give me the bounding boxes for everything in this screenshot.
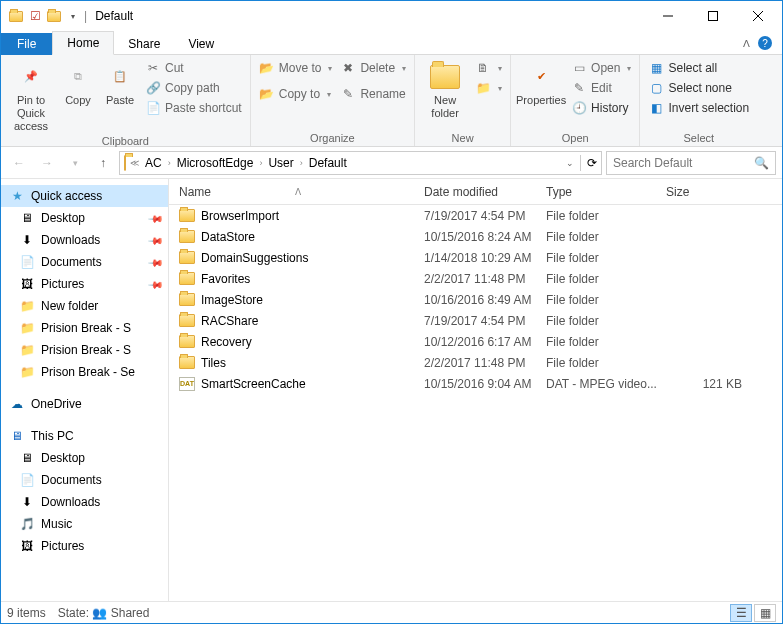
address-dropdown-icon[interactable]: ⌄ [566,158,574,168]
file-row[interactable]: Favorites2/2/2017 11:48 PMFile folder [169,268,782,289]
column-size[interactable]: Size [666,185,782,199]
move-to-button[interactable]: 📂Move to [257,59,335,77]
chevron-right-icon[interactable]: › [298,158,305,168]
folder-icon [179,314,195,327]
collapse-ribbon-icon[interactable]: ᐱ [743,38,750,49]
breadcrumb[interactable]: AC [143,156,164,170]
nav-pc-item[interactable]: 🎵Music [1,513,168,535]
item-count: 9 items [7,606,46,620]
copy-path-button[interactable]: 🔗Copy path [143,79,244,97]
qat-folder-icon[interactable] [45,7,63,25]
tab-view[interactable]: View [174,33,228,55]
paste-button[interactable]: 📋 Paste [101,59,139,107]
file-row[interactable]: ImageStore10/16/2016 8:49 AMFile folder [169,289,782,310]
properties-button[interactable]: ✔ Properties [517,59,565,107]
open-button[interactable]: ▭Open [569,59,633,77]
paste-shortcut-button[interactable]: 📄Paste shortcut [143,99,244,117]
address-bar[interactable]: ≪ AC› MicrosoftEdge› User› Default ⌄ ⟳ [119,151,602,175]
back-button[interactable]: ← [7,151,31,175]
nav-pc-item[interactable]: 📄Documents [1,469,168,491]
select-none-button[interactable]: ▢Select none [646,79,751,97]
easy-access-button[interactable]: 📁 [473,79,504,97]
close-button[interactable] [735,2,780,31]
file-row[interactable]: DATSmartScreenCache10/15/2016 9:04 AMDAT… [169,373,782,394]
copy-to-icon: 📂 [259,86,275,102]
recent-button[interactable]: ▾ [63,151,87,175]
file-name: SmartScreenCache [201,377,306,391]
history-button[interactable]: 🕘History [569,99,633,117]
large-icons-view-button[interactable]: ▦ [754,604,776,622]
nav-quick-item[interactable]: 🖼Pictures📌 [1,273,168,295]
chevron-right-icon[interactable]: › [166,158,173,168]
copy-button[interactable]: ⧉ Copy [59,59,97,107]
nav-quick-item[interactable]: 📁Prision Break - S [1,339,168,361]
nav-quick-access[interactable]: ★Quick access [1,185,168,207]
pin-quick-access-button[interactable]: 📌 Pin to Quick access [7,59,55,134]
qat-checkbox-icon[interactable]: ☑ [26,7,44,25]
nav-quick-item[interactable]: 🖥Desktop📌 [1,207,168,229]
qat-dropdown-icon[interactable]: ▾ [64,7,82,25]
column-type[interactable]: Type [546,185,666,199]
file-row[interactable]: DataStore10/15/2016 8:24 AMFile folder [169,226,782,247]
file-date: 2/2/2017 11:48 PM [424,356,546,370]
select-all-button[interactable]: ▦Select all [646,59,751,77]
cut-button[interactable]: ✂Cut [143,59,244,77]
up-button[interactable]: ↑ [91,151,115,175]
nav-this-pc[interactable]: 🖥This PC [1,425,168,447]
tab-file[interactable]: File [1,33,52,55]
search-input[interactable]: Search Default 🔍 [606,151,776,175]
tab-home[interactable]: Home [52,31,114,55]
refresh-button[interactable]: ⟳ [587,156,597,170]
new-folder-button[interactable]: New folder [421,59,469,120]
breadcrumb[interactable]: User [266,156,295,170]
file-row[interactable]: Tiles2/2/2017 11:48 PMFile folder [169,352,782,373]
nav-pc-item[interactable]: 🖼Pictures [1,535,168,557]
new-item-icon: 🗎 [475,60,491,76]
delete-icon: ✖ [340,60,356,76]
nav-pc-item[interactable]: 🖥Desktop [1,447,168,469]
nav-quick-item[interactable]: 📁Prision Break - S [1,317,168,339]
file-date: 10/15/2016 8:24 AM [424,230,546,244]
nav-quick-item[interactable]: ⬇Downloads📌 [1,229,168,251]
pin-icon: 📌 [148,276,164,292]
rename-button[interactable]: ✎Rename [338,85,408,103]
file-row[interactable]: RACShare7/19/2017 4:54 PMFile folder [169,310,782,331]
search-placeholder: Search Default [613,156,692,170]
file-date: 10/12/2016 6:17 AM [424,335,546,349]
pin-icon: 📌 [148,210,164,226]
copy-to-button[interactable]: 📂Copy to [257,85,335,103]
maximize-button[interactable] [690,2,735,31]
paste-shortcut-icon: 📄 [145,100,161,116]
delete-button[interactable]: ✖Delete [338,59,408,77]
column-date[interactable]: Date modified [424,185,546,199]
nav-quick-item[interactable]: 📄Documents📌 [1,251,168,273]
pin-icon: 📌 [148,254,164,270]
nav-quick-item[interactable]: 📁New folder [1,295,168,317]
edit-button[interactable]: ✎Edit [569,79,633,97]
group-label: Select [646,131,751,146]
breadcrumb[interactable]: MicrosoftEdge [175,156,256,170]
column-name[interactable]: Nameᐱ [169,185,424,199]
file-row[interactable]: BrowserImport7/19/2017 4:54 PMFile folde… [169,205,782,226]
nav-pc-item[interactable]: ⬇Downloads [1,491,168,513]
help-icon[interactable]: ? [758,36,772,50]
new-item-button[interactable]: 🗎 [473,59,504,77]
details-view-button[interactable]: ☰ [730,604,752,622]
nav-quick-item[interactable]: 📁Prison Break - Se [1,361,168,383]
file-date: 2/2/2017 11:48 PM [424,272,546,286]
folder-icon [7,7,25,25]
file-date: 10/16/2016 8:49 AM [424,293,546,307]
chevron-right-icon[interactable]: › [257,158,264,168]
file-row[interactable]: Recovery10/12/2016 6:17 AMFile folder [169,331,782,352]
group-organize: 📂Move to 📂Copy to ✖Delete ✎Rename Organi… [251,55,415,146]
forward-button[interactable]: → [35,151,59,175]
search-icon: 🔍 [754,156,769,170]
invert-selection-button[interactable]: ◧Invert selection [646,99,751,117]
minimize-button[interactable] [645,2,690,31]
nav-onedrive[interactable]: ☁OneDrive [1,393,168,415]
item-icon: 📄 [19,472,35,488]
breadcrumb[interactable]: Default [307,156,349,170]
tab-share[interactable]: Share [114,33,174,55]
file-row[interactable]: DomainSuggestions1/14/2018 10:29 AMFile … [169,247,782,268]
chevron-right-icon[interactable]: ≪ [128,158,141,168]
